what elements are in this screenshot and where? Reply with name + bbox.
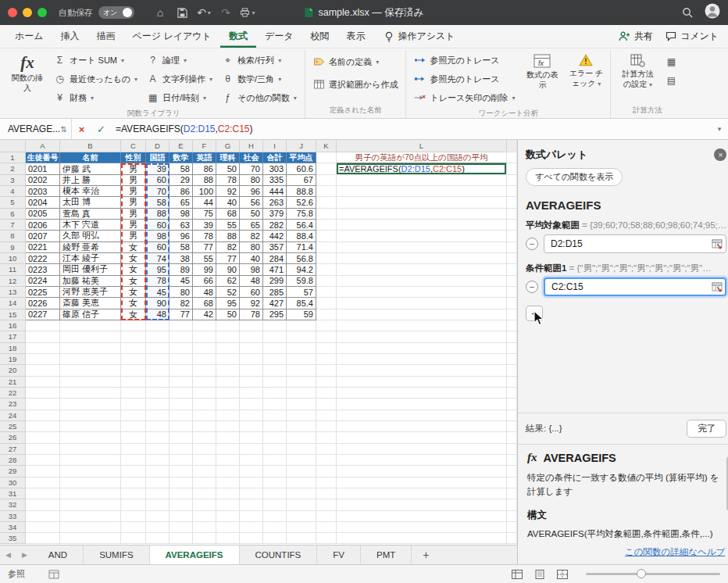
arg1-range-input[interactable]: [544, 234, 726, 253]
cell-B15[interactable]: 篠原 信子: [60, 309, 121, 320]
row-header-29[interactable]: 29: [0, 466, 26, 477]
cell-G10[interactable]: 77: [216, 253, 240, 264]
cell-E12[interactable]: 45: [170, 276, 193, 287]
cell-F1[interactable]: 英語: [193, 152, 216, 163]
cell-F4[interactable]: 100: [193, 186, 216, 197]
cell-F9[interactable]: 77: [193, 242, 216, 253]
formula-input[interactable]: =AVERAGEIFS(D2:D15,C2:C15): [116, 123, 711, 134]
cell-B13[interactable]: 河野 恵美子: [60, 287, 121, 298]
cell-K15[interactable]: [316, 309, 337, 320]
fullscreen-window-button[interactable]: [37, 8, 47, 17]
cell-I2[interactable]: 303: [263, 163, 287, 174]
cell-I9[interactable]: 357: [263, 242, 287, 253]
cell-F17[interactable]: [193, 331, 216, 342]
cell-C18[interactable]: [121, 343, 146, 354]
cell-K19[interactable]: [316, 354, 337, 365]
cell-K27[interactable]: [316, 444, 337, 455]
cell-H23[interactable]: [240, 399, 263, 410]
cell-E1[interactable]: 数学: [170, 152, 193, 163]
column-header-L[interactable]: L: [337, 140, 507, 152]
cell-H1[interactable]: 社会: [240, 152, 263, 163]
cell-K18[interactable]: [316, 343, 337, 354]
sheet-tab-pmt[interactable]: PMT: [361, 545, 412, 564]
cell-F19[interactable]: [193, 354, 216, 365]
cancel-formula-button[interactable]: ×: [72, 123, 91, 135]
close-window-button[interactable]: [8, 8, 17, 17]
cell-I30[interactable]: [263, 477, 287, 488]
cell-B2[interactable]: 伊藤 武: [60, 163, 121, 174]
cell-J34[interactable]: [287, 522, 316, 533]
cell-L25[interactable]: [337, 421, 507, 432]
cell-K29[interactable]: [316, 466, 337, 477]
cell-B8[interactable]: 久部 明弘: [60, 231, 121, 241]
calculate-now-button[interactable]: ▦: [662, 55, 680, 69]
cell-K2[interactable]: [316, 163, 337, 174]
save-button[interactable]: [173, 4, 191, 21]
select-all-corner[interactable]: [0, 140, 26, 152]
row-header-15[interactable]: 15: [0, 309, 26, 320]
cell-I21[interactable]: [263, 377, 287, 388]
cell-F30[interactable]: [193, 477, 216, 488]
remove-arg1-button[interactable]: −: [526, 238, 538, 250]
cell-A31[interactable]: [26, 488, 60, 499]
cell-A14[interactable]: 0226: [26, 298, 60, 309]
cell-K14[interactable]: [316, 298, 337, 309]
zoom-slider-knob[interactable]: [637, 569, 646, 578]
cell-H26[interactable]: [240, 432, 263, 443]
cell-C14[interactable]: 女: [121, 298, 146, 309]
cell-B5[interactable]: 太田 博: [60, 197, 121, 208]
cell-E21[interactable]: [170, 377, 193, 388]
cell-L10[interactable]: [337, 253, 507, 264]
cell-I6[interactable]: 379: [263, 209, 287, 220]
cell-I28[interactable]: [263, 455, 287, 466]
cell-H9[interactable]: 80: [240, 242, 263, 253]
cell-A12[interactable]: 0224: [26, 276, 60, 287]
more_fn-button[interactable]: ƒその他の関数▾: [218, 89, 301, 106]
cell-K7[interactable]: [316, 220, 337, 231]
cell-B16[interactable]: [60, 320, 121, 331]
cell-C2[interactable]: 男: [121, 163, 146, 174]
cell-H10[interactable]: 40: [240, 253, 263, 264]
cell-E17[interactable]: [170, 331, 193, 342]
cell-K34[interactable]: [316, 522, 337, 533]
cell-H24[interactable]: [240, 410, 263, 421]
row-header-9[interactable]: 9: [0, 242, 26, 253]
ribbon-tab-view[interactable]: 表示: [337, 25, 373, 48]
cell-B6[interactable]: 萱島 真: [60, 209, 121, 220]
cell-H8[interactable]: 82: [240, 231, 263, 241]
cell-F16[interactable]: [193, 320, 216, 331]
cell-E3[interactable]: 29: [170, 175, 193, 186]
cell-L20[interactable]: [337, 365, 507, 376]
cell-L29[interactable]: [337, 466, 507, 477]
cell-J16[interactable]: [287, 320, 316, 331]
cell-F31[interactable]: [193, 488, 216, 499]
cell-E23[interactable]: [170, 399, 193, 410]
cell-C6[interactable]: 男: [121, 209, 146, 220]
cell-I22[interactable]: [263, 388, 287, 399]
cell-A23[interactable]: [26, 399, 60, 410]
name-box-stepper-icon[interactable]: ⇅: [61, 125, 67, 134]
comments-button[interactable]: コメント: [666, 30, 719, 43]
done-button[interactable]: 完了: [687, 420, 726, 438]
print-button[interactable]: ▾: [238, 4, 257, 21]
cell-F33[interactable]: [193, 511, 216, 522]
cell-G23[interactable]: [216, 399, 240, 410]
cell-I34[interactable]: [263, 522, 287, 533]
cell-A30[interactable]: [26, 477, 60, 488]
row-header-8[interactable]: 8: [0, 231, 26, 241]
cell-D18[interactable]: [146, 343, 170, 354]
cell-B31[interactable]: [60, 488, 121, 499]
cell-B14[interactable]: 斎藤 美恵: [60, 298, 121, 309]
cell-A33[interactable]: [26, 511, 60, 522]
cell-F27[interactable]: [193, 444, 216, 455]
cell-J27[interactable]: [287, 444, 316, 455]
cell-G27[interactable]: [216, 444, 240, 455]
cell-I13[interactable]: 285: [263, 287, 287, 298]
cell-E9[interactable]: 58: [170, 242, 193, 253]
cell-L8[interactable]: [337, 231, 507, 241]
cell-C35[interactable]: [121, 533, 146, 544]
cell-G33[interactable]: [216, 511, 240, 522]
cell-B22[interactable]: [60, 388, 121, 399]
cell-J22[interactable]: [287, 388, 316, 399]
cell-K9[interactable]: [316, 242, 337, 253]
